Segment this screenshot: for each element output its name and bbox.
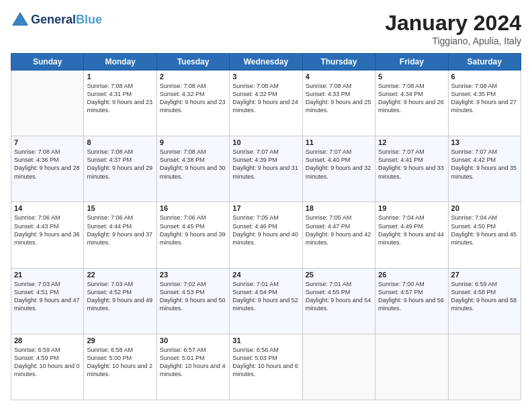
day-info: Sunrise: 7:01 AM Sunset: 4:55 PM Dayligh… — [306, 280, 372, 313]
day-number: 4 — [306, 73, 372, 81]
day-number: 23 — [160, 271, 226, 279]
day-cell: 17 Sunrise: 7:05 AM Sunset: 4:46 PM Dayl… — [230, 202, 302, 268]
weekday-header-saturday: Saturday — [448, 54, 521, 71]
title-block: January 2024 Tiggiano, Apulia, Italy — [385, 11, 521, 46]
day-number: 29 — [87, 336, 153, 345]
day-number: 16 — [160, 204, 226, 212]
day-info: Sunrise: 7:08 AM Sunset: 4:37 PM Dayligh… — [87, 148, 153, 181]
day-cell — [11, 71, 84, 136]
logo: GeneralBlue — [11, 11, 102, 30]
day-cell: 8 Sunrise: 7:08 AM Sunset: 4:37 PM Dayli… — [84, 136, 157, 202]
day-cell: 21 Sunrise: 7:03 AM Sunset: 4:51 PM Dayl… — [11, 268, 84, 334]
month-title: January 2024 — [385, 11, 521, 36]
day-info: Sunrise: 7:02 AM Sunset: 4:53 PM Dayligh… — [160, 280, 226, 313]
day-number: 21 — [14, 271, 81, 279]
day-cell: 12 Sunrise: 7:07 AM Sunset: 4:41 PM Dayl… — [375, 136, 448, 202]
day-info: Sunrise: 7:00 AM Sunset: 4:57 PM Dayligh… — [378, 280, 445, 313]
day-cell: 3 Sunrise: 7:08 AM Sunset: 4:32 PM Dayli… — [230, 71, 302, 136]
day-info: Sunrise: 6:58 AM Sunset: 5:00 PM Dayligh… — [87, 346, 153, 379]
day-cell: 5 Sunrise: 7:08 AM Sunset: 4:34 PM Dayli… — [375, 71, 448, 136]
day-info: Sunrise: 7:08 AM Sunset: 4:36 PM Dayligh… — [14, 148, 81, 181]
day-number: 25 — [306, 271, 372, 279]
day-cell: 14 Sunrise: 7:06 AM Sunset: 4:43 PM Dayl… — [11, 202, 84, 268]
week-row-4: 21 Sunrise: 7:03 AM Sunset: 4:51 PM Dayl… — [11, 268, 521, 334]
day-cell: 29 Sunrise: 6:58 AM Sunset: 5:00 PM Dayl… — [84, 334, 157, 400]
day-info: Sunrise: 7:03 AM Sunset: 4:52 PM Dayligh… — [87, 280, 153, 313]
day-info: Sunrise: 7:07 AM Sunset: 4:39 PM Dayligh… — [232, 148, 299, 181]
day-number: 31 — [232, 336, 299, 345]
day-cell — [448, 334, 521, 400]
day-number: 11 — [306, 138, 372, 146]
week-row-2: 7 Sunrise: 7:08 AM Sunset: 4:36 PM Dayli… — [11, 136, 521, 202]
day-cell: 27 Sunrise: 6:59 AM Sunset: 4:58 PM Dayl… — [448, 268, 521, 334]
day-number: 5 — [378, 73, 445, 81]
day-number: 7 — [14, 138, 81, 146]
day-info: Sunrise: 6:56 AM Sunset: 5:03 PM Dayligh… — [232, 346, 299, 379]
day-cell: 20 Sunrise: 7:04 AM Sunset: 4:50 PM Dayl… — [448, 202, 521, 268]
day-info: Sunrise: 7:01 AM Sunset: 4:54 PM Dayligh… — [232, 280, 299, 313]
day-number: 27 — [451, 271, 518, 279]
day-cell: 13 Sunrise: 7:07 AM Sunset: 4:42 PM Dayl… — [448, 136, 521, 202]
day-number: 26 — [378, 271, 445, 279]
day-info: Sunrise: 7:07 AM Sunset: 4:42 PM Dayligh… — [451, 148, 518, 181]
day-cell — [302, 334, 375, 400]
svg-marker-1 — [13, 14, 27, 25]
week-row-1: 1 Sunrise: 7:08 AM Sunset: 4:31 PM Dayli… — [11, 71, 521, 136]
day-cell: 11 Sunrise: 7:07 AM Sunset: 4:40 PM Dayl… — [302, 136, 375, 202]
logo-icon — [11, 11, 30, 30]
day-info: Sunrise: 7:08 AM Sunset: 4:34 PM Dayligh… — [378, 82, 445, 115]
day-info: Sunrise: 7:03 AM Sunset: 4:51 PM Dayligh… — [14, 280, 81, 313]
day-number: 24 — [232, 271, 299, 279]
weekday-header-monday: Monday — [84, 54, 157, 71]
weekday-header-row: SundayMondayTuesdayWednesdayThursdayFrid… — [11, 54, 521, 71]
day-info: Sunrise: 7:06 AM Sunset: 4:44 PM Dayligh… — [87, 214, 153, 246]
day-info: Sunrise: 7:08 AM Sunset: 4:31 PM Dayligh… — [87, 82, 153, 115]
day-number: 6 — [451, 73, 518, 81]
day-number: 13 — [451, 138, 518, 146]
day-number: 22 — [87, 271, 153, 279]
day-number: 14 — [14, 204, 81, 212]
day-cell: 25 Sunrise: 7:01 AM Sunset: 4:55 PM Dayl… — [302, 268, 375, 334]
day-number: 10 — [232, 138, 299, 146]
day-cell: 9 Sunrise: 7:08 AM Sunset: 4:38 PM Dayli… — [157, 136, 229, 202]
day-number: 8 — [87, 138, 153, 146]
weekday-header-thursday: Thursday — [302, 54, 375, 71]
day-cell — [375, 334, 448, 400]
day-info: Sunrise: 7:08 AM Sunset: 4:32 PM Dayligh… — [232, 82, 299, 115]
day-info: Sunrise: 6:57 AM Sunset: 5:01 PM Dayligh… — [160, 346, 226, 379]
header: GeneralBlue January 2024 Tiggiano, Apuli… — [11, 11, 521, 46]
day-cell: 22 Sunrise: 7:03 AM Sunset: 4:52 PM Dayl… — [84, 268, 157, 334]
weekday-header-friday: Friday — [375, 54, 448, 71]
day-number: 28 — [14, 336, 81, 345]
day-info: Sunrise: 7:08 AM Sunset: 4:35 PM Dayligh… — [451, 82, 518, 115]
day-info: Sunrise: 7:08 AM Sunset: 4:32 PM Dayligh… — [160, 82, 226, 115]
day-number: 9 — [160, 138, 226, 146]
day-cell: 16 Sunrise: 7:06 AM Sunset: 4:45 PM Dayl… — [157, 202, 229, 268]
day-cell: 6 Sunrise: 7:08 AM Sunset: 4:35 PM Dayli… — [448, 71, 521, 136]
day-cell: 18 Sunrise: 7:05 AM Sunset: 4:47 PM Dayl… — [302, 202, 375, 268]
day-number: 20 — [451, 204, 518, 212]
day-number: 1 — [87, 73, 153, 81]
day-number: 19 — [378, 204, 445, 212]
day-cell: 19 Sunrise: 7:04 AM Sunset: 4:49 PM Dayl… — [375, 202, 448, 268]
day-cell: 7 Sunrise: 7:08 AM Sunset: 4:36 PM Dayli… — [11, 136, 84, 202]
day-cell: 10 Sunrise: 7:07 AM Sunset: 4:39 PM Dayl… — [230, 136, 302, 202]
day-info: Sunrise: 7:06 AM Sunset: 4:45 PM Dayligh… — [160, 214, 226, 246]
day-cell: 15 Sunrise: 7:06 AM Sunset: 4:44 PM Dayl… — [84, 202, 157, 268]
location: Tiggiano, Apulia, Italy — [385, 36, 521, 46]
day-number: 3 — [232, 73, 299, 81]
day-number: 12 — [378, 138, 445, 146]
week-row-5: 28 Sunrise: 6:59 AM Sunset: 4:59 PM Dayl… — [11, 334, 521, 400]
day-number: 2 — [160, 73, 226, 81]
day-cell: 24 Sunrise: 7:01 AM Sunset: 4:54 PM Dayl… — [230, 268, 302, 334]
day-info: Sunrise: 6:59 AM Sunset: 4:59 PM Dayligh… — [14, 346, 81, 379]
day-info: Sunrise: 7:06 AM Sunset: 4:43 PM Dayligh… — [14, 214, 81, 246]
day-cell: 31 Sunrise: 6:56 AM Sunset: 5:03 PM Dayl… — [230, 334, 302, 400]
day-cell: 28 Sunrise: 6:59 AM Sunset: 4:59 PM Dayl… — [11, 334, 84, 400]
day-info: Sunrise: 7:08 AM Sunset: 4:33 PM Dayligh… — [306, 82, 372, 115]
day-cell: 23 Sunrise: 7:02 AM Sunset: 4:53 PM Dayl… — [157, 268, 229, 334]
day-info: Sunrise: 7:08 AM Sunset: 4:38 PM Dayligh… — [160, 148, 226, 181]
page: GeneralBlue January 2024 Tiggiano, Apuli… — [0, 0, 532, 411]
day-cell: 2 Sunrise: 7:08 AM Sunset: 4:32 PM Dayli… — [157, 71, 229, 136]
day-cell: 1 Sunrise: 7:08 AM Sunset: 4:31 PM Dayli… — [84, 71, 157, 136]
